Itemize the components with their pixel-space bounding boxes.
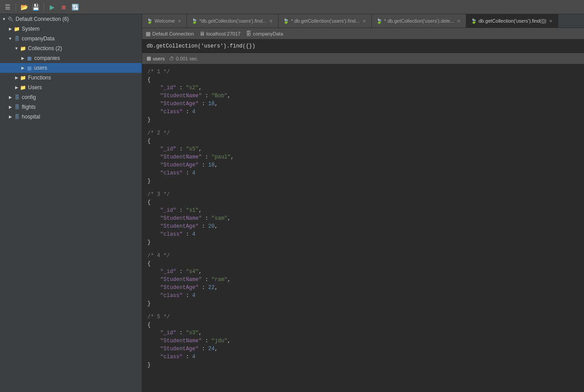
connection-label: Default Connection (6) bbox=[16, 16, 69, 22]
sidebar-item-companies[interactable]: ▶ ▦ companies bbox=[0, 53, 142, 63]
refresh-icon[interactable]: 🔃 bbox=[70, 2, 80, 12]
tabs-bar: 🍃 Welcome ✕ 🍃 *db.getCollection('users')… bbox=[142, 14, 584, 28]
conn-connection-icon: ▦ bbox=[146, 31, 151, 37]
arrow-system: ▶ bbox=[7, 26, 13, 32]
tab-welcome-label: Welcome bbox=[155, 18, 175, 24]
sidebar-item-hospital[interactable]: ▶ 🗄 hospital bbox=[0, 112, 142, 122]
tab-find3-label: db.getCollection('users').find({}) bbox=[479, 18, 547, 24]
record-3-id: "_id" : "s1", bbox=[147, 206, 579, 214]
record-5-open: { bbox=[147, 321, 579, 329]
record-1-id: "_id" : "s2", bbox=[147, 84, 579, 92]
run-icon[interactable]: ▶ bbox=[47, 2, 57, 12]
record-2-name: "StudentName" : "paul", bbox=[147, 153, 579, 161]
companydata-label: companyData bbox=[22, 36, 55, 42]
tab-find3[interactable]: 🍃 db.getCollection('users').find({}) ✕ bbox=[466, 14, 559, 28]
sidebar-item-config[interactable]: ▶ 🗄 config bbox=[0, 92, 142, 102]
query-text: db.getCollection('users').find({}) bbox=[147, 43, 255, 49]
sidebar-item-companydata[interactable]: ▼ 🗄 companyData bbox=[0, 34, 142, 44]
stop-icon[interactable]: ⏹ bbox=[59, 2, 68, 12]
record-3-class: "class" : 4 bbox=[147, 230, 579, 238]
right-panel: 🍃 Welcome ✕ 🍃 *db.getCollection('users')… bbox=[142, 14, 584, 392]
conn-db-icon: 🗄 bbox=[246, 31, 251, 37]
sidebar-item-users-folder[interactable]: ▶ 📁 Users bbox=[0, 83, 142, 92]
tab-find1-close[interactable]: ✕ bbox=[268, 19, 274, 24]
functions-label: Functions bbox=[28, 75, 51, 81]
arrow-connection: ▼ bbox=[1, 16, 7, 22]
sidebar-item-connection[interactable]: ▼ 🔌 Default Connection (6) bbox=[0, 14, 142, 24]
users-label: users bbox=[34, 65, 47, 71]
sidebar-item-functions[interactable]: ▶ 📁 Functions bbox=[0, 73, 142, 83]
record-3-name: "StudentName" : "sam", bbox=[147, 214, 579, 222]
record-5-close: } bbox=[147, 361, 579, 369]
record-2-open: { bbox=[147, 137, 579, 145]
record-4-name: "StudentName" : "ram", bbox=[147, 276, 579, 284]
record-4-id: "_id" : "s4", bbox=[147, 268, 579, 276]
results-collection-name: users bbox=[153, 56, 165, 61]
folder-icon-system: 📁 bbox=[13, 25, 20, 32]
tab-find2-close[interactable]: ✕ bbox=[362, 19, 367, 24]
tab-find3-close[interactable]: ✕ bbox=[548, 19, 553, 24]
results-time: ⏱ 0.001 sec. bbox=[169, 56, 199, 61]
system-label: System bbox=[22, 26, 40, 32]
record-5-age: "StudentAge" : 24, bbox=[147, 345, 579, 353]
tab-welcome[interactable]: 🍃 Welcome ✕ bbox=[142, 14, 187, 28]
record-2-comment: /* 2 */ bbox=[147, 129, 579, 137]
record-2-class: "class" : 4 bbox=[147, 169, 579, 177]
results-time-value: 0.001 sec. bbox=[176, 56, 199, 61]
sidebar-item-flights[interactable]: ▶ 🗄 flights bbox=[0, 102, 142, 112]
folder-icon-functions: 📁 bbox=[20, 74, 27, 81]
record-4-comment: /* 4 */ bbox=[147, 252, 579, 260]
record-2-close: } bbox=[147, 177, 579, 185]
arrow-users: ▶ bbox=[20, 65, 26, 71]
record-1: /* 1 */ { "_id" : "s2", "StudentName" : … bbox=[147, 68, 579, 124]
db-icon-flights: 🗄 bbox=[13, 103, 20, 111]
query-bar[interactable]: db.getCollection('users').find({}) bbox=[142, 40, 584, 53]
tab-delete-icon: 🍃 bbox=[376, 18, 382, 24]
arrow-config: ▶ bbox=[7, 94, 13, 100]
toolbar-sep-1 bbox=[16, 3, 16, 11]
tab-delete[interactable]: 🍃 * db.getCollection('users').dele... ✕ bbox=[372, 14, 466, 28]
save-icon[interactable]: 💾 bbox=[31, 2, 40, 12]
sidebar-item-system[interactable]: ▶ 📁 System bbox=[0, 24, 142, 34]
tab-welcome-close[interactable]: ✕ bbox=[177, 19, 182, 24]
tab-delete-close[interactable]: ✕ bbox=[456, 19, 461, 24]
tab-find2-label: * db.getCollection('users').find... bbox=[291, 18, 360, 24]
record-5-comment: /* 5 */ bbox=[147, 313, 579, 321]
conn-db-label: companyData bbox=[253, 31, 283, 36]
tab-find3-icon: 🍃 bbox=[471, 18, 477, 24]
connection-bar: ▦ Default Connection 🖥 localhost:27017 🗄… bbox=[142, 28, 584, 40]
record-2-id: "_id" : "s5", bbox=[147, 145, 579, 153]
arrow-companydata: ▼ bbox=[7, 36, 13, 42]
record-1-open: { bbox=[147, 76, 579, 84]
record-3-age: "StudentAge" : 20, bbox=[147, 222, 579, 230]
toolbar: ☰ 📂 💾 ▶ ⏹ 🔃 bbox=[0, 0, 584, 14]
sidebar-item-users[interactable]: ▶ ▦ users bbox=[0, 63, 142, 73]
record-1-class: "class" : 4 bbox=[147, 108, 579, 116]
record-3: /* 3 */ { "_id" : "s1", "StudentName" : … bbox=[147, 190, 579, 246]
app-menu-icon[interactable]: ☰ bbox=[3, 2, 12, 12]
tab-find2[interactable]: 🍃 * db.getCollection('users').find... ✕ bbox=[278, 14, 372, 28]
conn-item-host: 🖥 localhost:27017 bbox=[199, 31, 241, 37]
tab-welcome-icon: 🍃 bbox=[147, 18, 153, 24]
results-clock-icon: ⏱ bbox=[169, 56, 174, 61]
main-area: ▼ 🔌 Default Connection (6) ▶ 📁 System ▼ … bbox=[0, 14, 584, 392]
grid-icon-companies: ▦ bbox=[26, 55, 33, 62]
conn-item-connection: ▦ Default Connection bbox=[146, 31, 194, 37]
record-3-comment: /* 3 */ bbox=[147, 190, 579, 198]
results-grid-icon: ▦ bbox=[147, 55, 151, 61]
companies-label: companies bbox=[34, 55, 60, 61]
tab-find1[interactable]: 🍃 *db.getCollection('users').find... ✕ bbox=[187, 14, 279, 28]
flights-label: flights bbox=[22, 104, 36, 110]
db-icon-hospital: 🗄 bbox=[13, 113, 20, 120]
sidebar: ▼ 🔌 Default Connection (6) ▶ 📁 System ▼ … bbox=[0, 14, 142, 392]
results-collection: ▦ users bbox=[147, 55, 165, 61]
arrow-functions: ▶ bbox=[13, 75, 20, 81]
arrow-hospital: ▶ bbox=[7, 114, 13, 120]
record-1-age: "StudentAge" : 18, bbox=[147, 100, 579, 108]
code-area[interactable]: /* 1 */ { "_id" : "s2", "StudentName" : … bbox=[142, 64, 584, 392]
sidebar-item-collections[interactable]: ▼ 📁 Collections (2) bbox=[0, 44, 142, 53]
open-icon[interactable]: 📂 bbox=[19, 2, 29, 12]
conn-host-icon: 🖥 bbox=[199, 31, 205, 37]
record-1-comment: /* 1 */ bbox=[147, 68, 579, 76]
record-1-close: } bbox=[147, 116, 579, 124]
